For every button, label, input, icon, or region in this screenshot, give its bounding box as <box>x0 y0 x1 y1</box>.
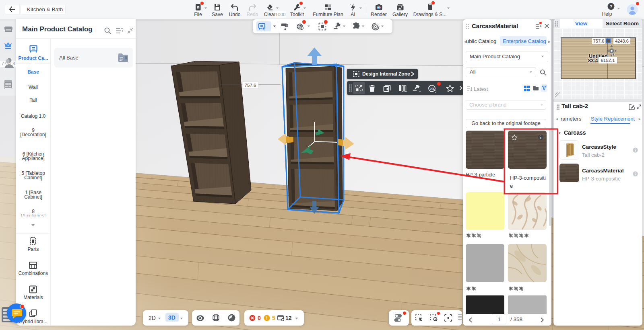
svg-text:?: ? <box>610 4 613 9</box>
svg-text:757.6: 757.6 <box>245 83 256 88</box>
svg-text:2D: 2D <box>430 87 434 91</box>
